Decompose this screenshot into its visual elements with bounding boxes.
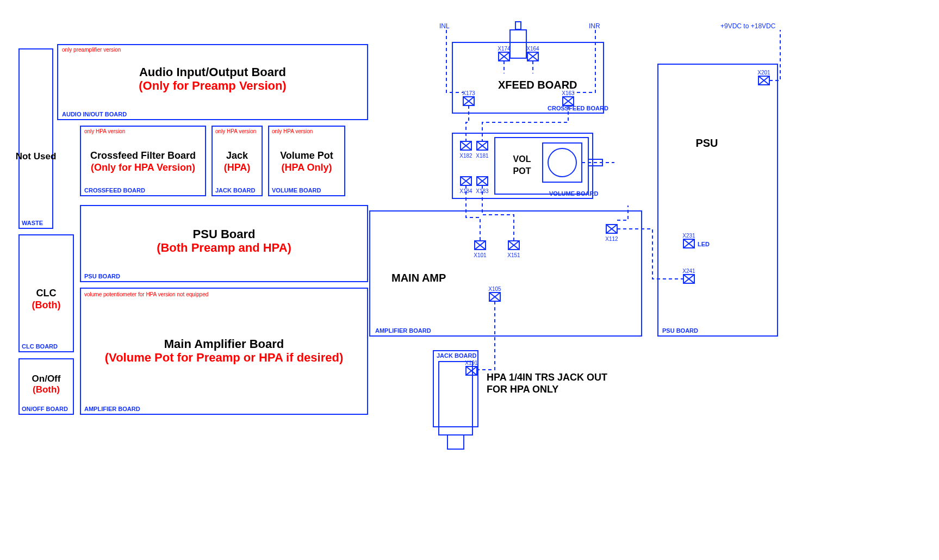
vol-sub: (HPA Only) [282,162,332,173]
cross-note: only HPA version [84,128,125,134]
conn-x182: X182 [459,141,472,159]
amp-title: Main Amplifier Board [164,337,284,351]
svg-text:X181: X181 [476,153,489,159]
svg-rect-50 [439,362,472,435]
inl-label: INL [439,22,450,30]
svg-text:X201: X201 [757,70,770,76]
jack-label: JACK BOARD [215,187,255,194]
svg-rect-3 [212,126,262,196]
xfeed-label: CROSSFEED BOARD [548,105,608,111]
mainamp-title: MAIN AMP [391,272,446,284]
psur-label: PSU BOARD [662,327,698,334]
svg-rect-42 [658,64,778,336]
svg-point-23 [548,148,576,177]
cross-label: CROSSFEED BOARD [84,187,145,194]
vol-label: VOLUME BOARD [272,187,321,194]
conn-x174: X174 [498,46,511,61]
psu-board-left: PSU Board (Both Preamp and HPA) PSU BOAR… [80,206,368,282]
xfeed-board: XFEED BOARD CROSSFEED BOARD X174 X164 X1… [452,22,608,113]
svg-text:X105: X105 [488,286,501,292]
conn-x241: X241 [682,268,695,283]
conn-x163: X163 [562,90,575,105]
svg-text:X163: X163 [562,90,575,96]
svg-rect-2 [80,126,206,196]
conn-x151: X151 [507,241,520,258]
jack-out1: HPA 1/4IN TRS JACK OUT [487,372,607,383]
audio-title: Audio Input/Output Board [139,65,286,79]
conn-x231: X231 [682,233,695,248]
svg-rect-21 [495,138,588,194]
psur-title: PSU [695,137,718,149]
jack-board-right: JACK BOARD X191 HPA 1/4IN TRS JACK OUT F… [433,351,607,449]
waste-board: Not Used WASTE [16,49,57,228]
right-diagram: INL INR +9VDC to +18VDC XFEED BOARD CROS… [370,22,780,449]
clc-sub: (Both) [32,300,61,310]
amp-sub: (Volume Pot for Preamp or HPA if desired… [105,351,343,364]
svg-text:X112: X112 [605,236,618,242]
volr-label: VOLUME BOARD [549,190,599,197]
svg-text:X241: X241 [682,268,695,274]
pwr-label: +9VDC to +18VDC [720,22,776,30]
jack-sub: (HPA) [224,162,251,173]
conn-x173: X173 [462,90,475,105]
svg-text:X173: X173 [462,90,475,96]
wires [446,30,780,370]
svg-text:X151: X151 [507,252,520,258]
main-amp-right: MAIN AMP AMPLIFIER BOARD X101 X151 X105 … [370,211,642,336]
cross-sub: (Only for HPA Version) [91,162,195,173]
waste-label: WASTE [22,220,43,226]
psu-board-right: PSU PSU BOARD X201 X231 LED X241 [658,64,778,336]
svg-text:X231: X231 [682,233,695,239]
audio-label: AUDIO IN/OUT BOARD [62,111,127,117]
audio-io-board: only preamplifier version Audio Input/Ou… [58,45,368,120]
crossfeed-board: only HPA version Crossfeed Filter Board … [80,126,206,196]
psu-label: PSU BOARD [84,273,120,279]
svg-rect-18 [510,30,526,58]
conn-x191: X191 [465,360,478,375]
audio-sub: (Only for Preamp Version) [139,79,286,92]
conn-x164: X164 [526,46,539,61]
conn-x105: X105 [488,286,501,301]
svg-rect-4 [269,126,345,196]
vol-title: Volume Pot [280,150,333,161]
led-label: LED [698,241,710,247]
svg-rect-19 [515,22,521,29]
waste-title: Not Used [16,151,57,161]
vol-t2: POT [513,166,531,176]
inr-label: INR [589,22,600,30]
jack-title: Jack [226,150,248,161]
conn-x201: X201 [757,70,770,85]
xfeed-title: XFEED BOARD [498,79,577,91]
amp-note: volume potentiometer for HPA version not… [84,291,208,297]
cross-title: Crossfeed Filter Board [90,150,196,161]
svg-text:X101: X101 [474,252,487,258]
svg-rect-1 [19,49,53,228]
conn-x181: X181 [476,141,489,159]
left-diagram: only preamplifier version Audio Input/Ou… [16,45,368,414]
conn-x101: X101 [474,241,487,258]
audio-note: only preamplifier version [62,47,121,53]
volume-board-right: VOL POT VOLUME BOARD X182 X181 X184 X183 [452,133,614,198]
svg-text:X164: X164 [526,46,539,52]
clc-board: CLC (Both) CLC BOARD [19,235,73,352]
clc-label: CLC BOARD [22,343,58,350]
clc-title: CLC [36,288,57,298]
main-amp-board-left: volume potentiometer for HPA version not… [80,288,368,414]
volume-board-left: only HPA version Volume Pot (HPA Only) V… [269,126,345,196]
amp-label: AMPLIFIER BOARD [84,406,140,412]
psu-title: PSU Board [193,227,256,241]
svg-text:X182: X182 [459,153,472,159]
psu-sub: (Both Preamp and HPA) [157,241,291,254]
jackr-label: JACK BOARD [437,352,476,359]
svg-text:X174: X174 [498,46,511,52]
jack-board-left: only HPA version Jack (HPA) JACK BOARD [212,126,262,196]
onoff-sub: (Both) [33,384,60,395]
svg-text:X191: X191 [465,360,478,366]
mainamp-label: AMPLIFIER BOARD [375,327,431,334]
jack-out2: FOR HPA ONLY [487,384,558,395]
onoff-board: On/Off (Both) ON/OFF BOARD [19,359,73,414]
vol-note: only HPA version [272,128,313,134]
vol-t1: VOL [513,154,531,164]
conn-x112: X112 [605,225,618,242]
onoff-label: ON/OFF BOARD [22,406,68,412]
